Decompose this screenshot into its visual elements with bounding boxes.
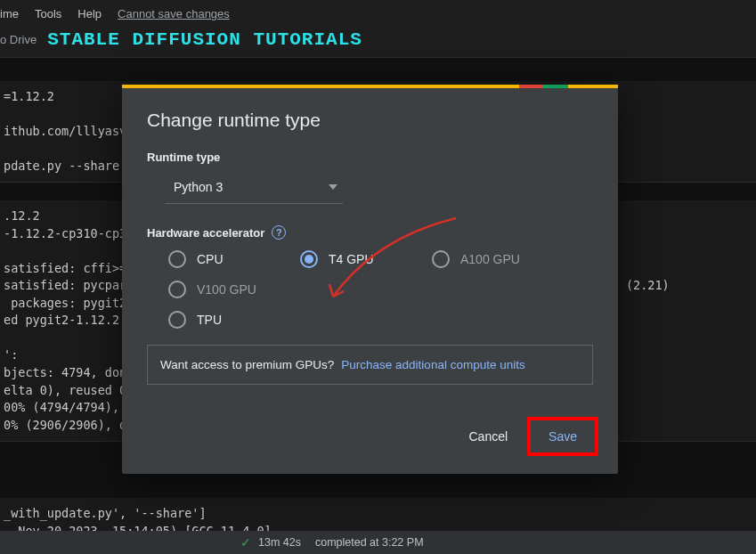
runtime-type-select[interactable]: Python 3 xyxy=(165,171,343,204)
premium-gpu-promo: Want access to premium GPUs? Purchase ad… xyxy=(147,345,593,385)
chevron-down-icon xyxy=(329,184,337,190)
radio-icon-selected xyxy=(300,250,318,268)
runtime-type-label: Runtime type xyxy=(147,151,593,164)
radio-v100-gpu[interactable]: V100 GPU xyxy=(168,281,257,298)
elapsed-time: 13m 42s xyxy=(258,536,301,549)
cancel-button[interactable]: Cancel xyxy=(452,417,524,456)
save-button[interactable]: Save xyxy=(532,422,593,451)
radio-icon xyxy=(168,311,186,329)
notebook-title: STABLE DIFFUSION TUTORIALS xyxy=(47,29,362,50)
completed-time: completed at 3:22 PM xyxy=(315,536,424,549)
purchase-compute-link[interactable]: Purchase additional compute units xyxy=(341,358,524,371)
menu-help[interactable]: Help xyxy=(77,7,102,20)
radio-label: A100 GPU xyxy=(460,252,520,266)
radio-icon xyxy=(168,250,186,268)
runtime-settings-dialog: Change runtime type Runtime type Python … xyxy=(122,85,618,474)
hardware-accel-label: Hardware accelerator ? xyxy=(147,225,593,240)
radio-label: T4 GPU xyxy=(329,252,374,266)
save-status[interactable]: Cannot save changes xyxy=(118,7,230,20)
menu-runtime[interactable]: ime xyxy=(0,7,19,20)
radio-icon xyxy=(432,250,450,268)
promo-text: Want access to premium GPUs? xyxy=(160,358,334,371)
radio-label: CPU xyxy=(197,252,224,266)
radio-label: TPU xyxy=(197,313,222,327)
dialog-footer: Cancel Save xyxy=(122,401,618,474)
help-icon[interactable]: ? xyxy=(272,225,286,240)
check-icon: ✓ xyxy=(240,535,251,550)
status-bar: ✓ 13m 42s completed at 3:22 PM xyxy=(0,531,756,554)
radio-tpu[interactable]: TPU xyxy=(168,311,593,329)
runtime-type-value: Python 3 xyxy=(174,180,223,194)
radio-label: V100 GPU xyxy=(197,282,256,297)
drive-label: o Drive xyxy=(0,33,37,46)
menu-tools[interactable]: Tools xyxy=(35,7,61,20)
accelerator-radio-group: CPU T4 GPU A100 GPU V100 GPU TPU xyxy=(168,250,593,329)
radio-a100-gpu[interactable]: A100 GPU xyxy=(432,250,521,268)
radio-cpu[interactable]: CPU xyxy=(168,250,257,268)
hardware-accel-label-text: Hardware accelerator xyxy=(147,226,264,240)
radio-t4-gpu[interactable]: T4 GPU xyxy=(300,250,389,268)
save-button-highlight: Save xyxy=(527,417,598,456)
radio-icon xyxy=(168,281,186,298)
dialog-title: Change runtime type xyxy=(147,110,593,131)
title-bar: o Drive STABLE DIFFUSION TUTORIALS xyxy=(0,28,756,57)
menu-bar: ime Tools Help Cannot save changes xyxy=(0,0,756,28)
